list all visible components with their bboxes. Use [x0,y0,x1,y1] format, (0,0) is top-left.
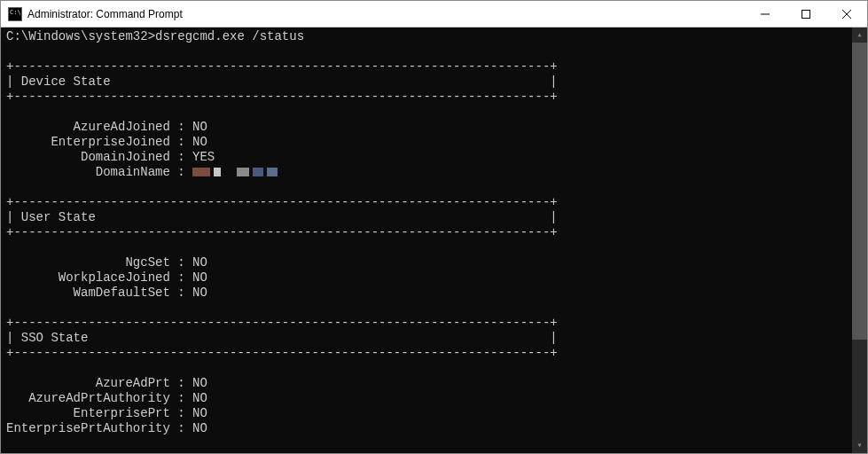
terminal-body[interactable]: C:\Windows\system32>dsregcmd.exe /status… [1,27,867,453]
scroll-thumb[interactable] [852,43,867,340]
maximize-icon [802,10,810,19]
redacted-value [192,165,281,180]
cmd-icon [8,7,22,21]
maximize-button[interactable] [786,1,826,27]
minimize-button[interactable] [745,1,786,27]
scroll-track[interactable] [852,43,867,438]
scroll-up-arrow-icon[interactable]: ▴ [852,27,867,43]
window-controls [745,1,867,27]
vertical-scrollbar[interactable]: ▴ ▾ [852,27,867,453]
svg-rect-1 [802,10,810,18]
terminal-output: C:\Windows\system32>dsregcmd.exe /status… [1,27,867,453]
close-icon [842,10,851,19]
window-title: Administrator: Command Prompt [27,8,745,20]
minimize-icon [761,10,770,19]
scroll-down-arrow-icon[interactable]: ▾ [852,438,867,453]
close-button[interactable] [826,1,867,27]
window-titlebar: Administrator: Command Prompt [1,1,867,27]
